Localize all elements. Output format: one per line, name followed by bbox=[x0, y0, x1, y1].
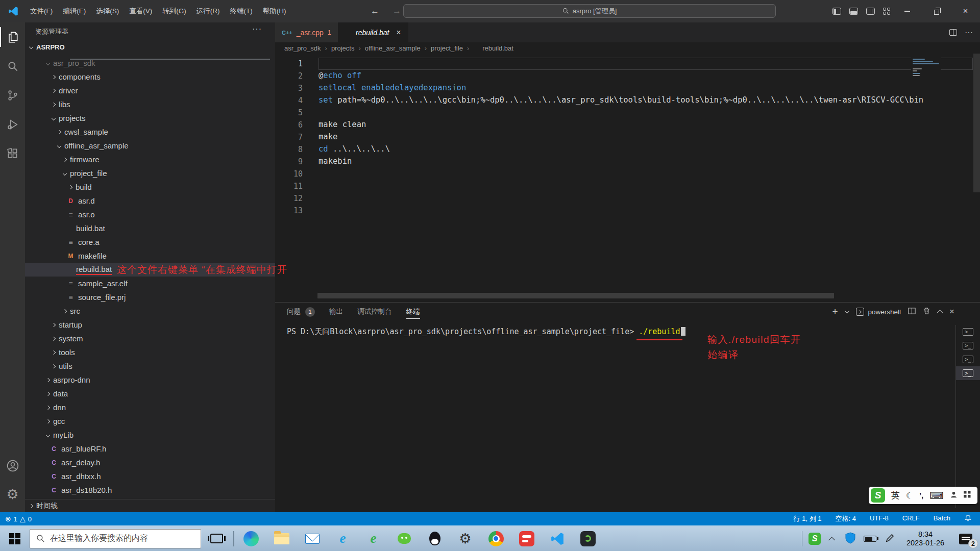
explorer-section-header[interactable]: ASRPRO bbox=[25, 40, 275, 54]
person-icon[interactable] bbox=[950, 491, 958, 500]
tree-item-project_file[interactable]: project_file bbox=[25, 166, 275, 180]
tree-item-asr_ds18b20.h[interactable]: Casr_ds18b20.h bbox=[25, 483, 275, 497]
breadcrumb-asr_pro_sdk[interactable]: asr_pro_sdk bbox=[284, 44, 321, 52]
breadcrumb-projects[interactable]: projects bbox=[331, 44, 355, 52]
tree-item-asr_blueRF.h[interactable]: Casr_blueRF.h bbox=[25, 442, 275, 456]
tree-item-tools[interactable]: tools bbox=[25, 345, 275, 359]
code-line-1[interactable]: 1 bbox=[275, 58, 980, 70]
close-tab-icon[interactable]: × bbox=[396, 28, 401, 37]
tree-item-startup[interactable]: startup bbox=[25, 318, 275, 332]
forward-arrow-icon[interactable]: → bbox=[393, 6, 401, 16]
activity-extensions-icon[interactable] bbox=[0, 139, 25, 168]
tree-item-libs[interactable]: libs bbox=[25, 97, 275, 111]
tree-item-core.a[interactable]: ≡core.a bbox=[25, 235, 275, 249]
code-line-7[interactable]: 7make bbox=[275, 131, 980, 143]
status-language-mode[interactable]: Batch bbox=[934, 514, 950, 523]
action-center[interactable]: 2 bbox=[951, 526, 980, 551]
tree-item-projects[interactable]: projects bbox=[25, 111, 275, 125]
tree-item-myLib[interactable]: myLib bbox=[25, 428, 275, 442]
windows-ink-pen-icon[interactable] bbox=[885, 533, 895, 545]
sogou-ime-bar[interactable]: S 英 ☾ ’, ⌨ bbox=[869, 487, 977, 504]
taskbar-app-ie[interactable]: e bbox=[328, 526, 358, 551]
taskbar-app-qq[interactable] bbox=[420, 526, 450, 551]
code-line-4[interactable]: 4set path=%~dp0..\..\..\..\gcc\bin;%~dp0… bbox=[275, 94, 980, 107]
vertical-scrollbar[interactable] bbox=[973, 54, 980, 192]
tree-item-sample_asr.elf[interactable]: ≡sample_asr.elf bbox=[25, 277, 275, 290]
status-cursor-position[interactable]: 行 1, 列 1 bbox=[794, 514, 822, 523]
panel-tab-输出[interactable]: 输出 bbox=[329, 303, 343, 321]
menu-帮助(H)[interactable]: 帮助(H) bbox=[258, 7, 291, 15]
toggle-panel-icon[interactable] bbox=[849, 8, 858, 15]
notifications-bell-icon[interactable] bbox=[964, 514, 972, 523]
tree-item-asr_delay.h[interactable]: Casr_delay.h bbox=[25, 456, 275, 469]
account-icon[interactable] bbox=[0, 451, 25, 480]
ime-language-label[interactable]: 英 bbox=[891, 490, 900, 502]
menu-查看(V)[interactable]: 查看(V) bbox=[124, 7, 157, 15]
close-panel-icon[interactable]: × bbox=[949, 307, 954, 317]
code-line-8[interactable]: 8cd ..\..\..\..\ bbox=[275, 143, 980, 156]
tree-item-asr.d[interactable]: Dasr.d bbox=[25, 194, 275, 208]
fullhalf-moon-icon[interactable]: ☾ bbox=[906, 491, 913, 500]
terminal-instance-icon[interactable]: >_ bbox=[956, 366, 980, 380]
activity-source-control-icon[interactable] bbox=[0, 81, 25, 110]
timeline-section[interactable]: 时间线 bbox=[25, 499, 275, 512]
tree-item-build.bat[interactable]: build.bat bbox=[25, 221, 275, 235]
code-line-6[interactable]: 6make clean bbox=[275, 119, 980, 131]
hidden-icons-chevron-icon[interactable] bbox=[828, 537, 835, 543]
panel-tab-问题[interactable]: 问题1 bbox=[287, 303, 315, 321]
split-editor-icon[interactable] bbox=[949, 29, 957, 36]
menu-终端(T)[interactable]: 终端(T) bbox=[225, 7, 258, 15]
tree-item-build[interactable]: build bbox=[25, 180, 275, 194]
menu-转到(G)[interactable]: 转到(G) bbox=[157, 7, 191, 15]
tree-item-system[interactable]: system bbox=[25, 332, 275, 345]
settings-gear-icon[interactable]: ⚙ bbox=[0, 480, 25, 509]
tree-item-asrpro-dnn[interactable]: asrpro-dnn bbox=[25, 373, 275, 387]
tree-item-offline_asr_sample[interactable]: offline_asr_sample bbox=[25, 139, 275, 153]
punctuation-icon[interactable]: ’, bbox=[919, 491, 923, 499]
tab-asr-cpp[interactable]: C++ _asr.cpp 1 bbox=[275, 22, 338, 42]
clock[interactable]: 8:34 2023-01-26 bbox=[899, 530, 951, 548]
taskbar-app-dev-app[interactable] bbox=[573, 526, 603, 551]
panel-tab-终端[interactable]: 终端 bbox=[406, 303, 420, 321]
activity-explorer-icon[interactable] bbox=[0, 22, 25, 52]
tree-item-rebuild.bat[interactable]: rebuild.bat这个文件右键菜单 “在集成终端中打开 bbox=[25, 263, 275, 277]
customize-layout-icon[interactable] bbox=[883, 8, 890, 15]
menu-编辑(E)[interactable]: 编辑(E) bbox=[58, 7, 91, 15]
horizontal-scrollbar[interactable] bbox=[317, 293, 834, 298]
tree-item-data[interactable]: data bbox=[25, 387, 275, 400]
code-line-9[interactable]: 9makebin bbox=[275, 156, 980, 168]
command-center-search[interactable]: asrpro [管理员] bbox=[403, 4, 776, 18]
code-line-5[interactable]: 5 bbox=[275, 107, 980, 119]
code-line-13[interactable]: 13 bbox=[275, 205, 980, 217]
taskbar-app-file-explorer[interactable] bbox=[266, 526, 297, 551]
security-shield-icon[interactable] bbox=[845, 532, 855, 546]
start-button[interactable] bbox=[0, 526, 30, 551]
activity-search-icon[interactable] bbox=[0, 52, 25, 81]
menu-选择(S)[interactable]: 选择(S) bbox=[91, 7, 124, 15]
taskbar-search-box[interactable]: 在这里输入你要搜索的内容 bbox=[30, 529, 201, 548]
breadcrumb-rebuild.bat[interactable]: rebuild.bat bbox=[473, 44, 513, 52]
split-terminal-icon[interactable] bbox=[908, 307, 916, 317]
minimize-button[interactable] bbox=[893, 0, 922, 22]
minimap[interactable] bbox=[911, 55, 941, 80]
taskbar-app-settings[interactable]: ⚙ bbox=[450, 526, 481, 551]
terminal-instance-icon[interactable]: >_ bbox=[956, 325, 980, 339]
code-line-2[interactable]: 2@echo off bbox=[275, 70, 980, 82]
terminal-instance-icon[interactable]: >_ bbox=[956, 353, 980, 366]
tab-rebuild-bat[interactable]: rebuild.bat × bbox=[338, 22, 408, 42]
activity-run-debug-icon[interactable] bbox=[0, 110, 25, 139]
kill-terminal-icon[interactable] bbox=[923, 307, 930, 317]
menu-运行(R)[interactable]: 运行(R) bbox=[191, 7, 225, 15]
tree-item-source_file.prj[interactable]: ≡source_file.prj bbox=[25, 290, 275, 304]
more-actions-icon[interactable]: ··· bbox=[965, 28, 973, 37]
tree-item-cwsl_sample[interactable]: cwsl_sample bbox=[25, 125, 275, 139]
taskbar-app-video-app[interactable] bbox=[511, 526, 542, 551]
restore-button[interactable] bbox=[922, 0, 951, 22]
terminal-instance-icon[interactable]: >_ bbox=[956, 339, 980, 353]
code-line-10[interactable]: 10 bbox=[275, 168, 980, 180]
tree-item-src[interactable]: src bbox=[25, 304, 275, 318]
tree-item-asr.o[interactable]: ≡asr.o bbox=[25, 208, 275, 221]
taskbar-app-wechat[interactable] bbox=[389, 526, 420, 551]
terminal-dropdown-icon[interactable] bbox=[844, 308, 849, 313]
tree-item-firmware[interactable]: firmware bbox=[25, 153, 275, 166]
